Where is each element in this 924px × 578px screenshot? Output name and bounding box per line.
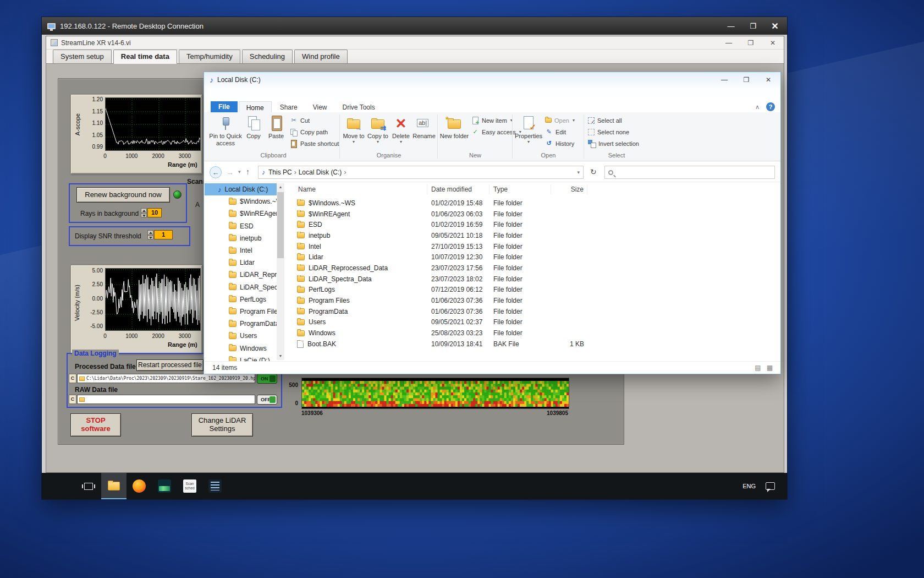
ribbon-tab-home[interactable]: Home [239,101,272,112]
history-button[interactable]: ↺ History [543,138,577,149]
file-row[interactable]: Lidar10/07/2019 12:30File folder [285,252,780,263]
copy-to-button[interactable]: ⇉ Copy to ▾ [366,113,390,151]
app-maximize-button[interactable]: ❐ [744,39,757,47]
breadcrumb-chevron-icon[interactable]: › [344,168,346,176]
tab-wind-profile[interactable]: Wind profile [294,50,348,63]
file-row[interactable]: $WinREAgent01/06/2023 06:03File folder [285,209,780,220]
raw-logging-toggle[interactable]: OFF [257,395,277,405]
breadcrumb-chevron-icon[interactable]: › [294,168,296,176]
tree-item[interactable]: LaCie (D:) [205,355,277,361]
address-dropdown-icon[interactable]: ▾ [577,170,580,175]
tree-scrollbar[interactable]: ▲ ▼ [277,183,284,360]
rays-value[interactable]: 10 [147,208,162,217]
list-app-taskbar-button[interactable] [202,473,228,499]
streamline-titlebar[interactable]: StreamLine XR v14-6.vi — ❐ ✕ [46,36,784,50]
file-row[interactable]: inetpub09/05/2021 10:18File folder [285,230,780,241]
restart-processed-file-button[interactable]: Restart processed file [136,359,204,371]
rdp-titlebar[interactable]: 192.168.0.122 - Remote Desktop Connectio… [42,17,787,35]
tree-item[interactable]: ♪Local Disk (C:) [205,183,277,195]
rdp-minimize-button[interactable]: — [724,22,738,30]
tree-item[interactable]: Program Files [205,306,277,318]
language-indicator[interactable]: ENG [743,483,756,489]
file-row[interactable]: Windows25/08/2023 03:23File folder [285,328,780,339]
tree-item[interactable]: Users [205,330,277,342]
firefox-taskbar-button[interactable] [127,473,152,499]
forward-button[interactable]: → [224,166,236,178]
breadcrumb-local-disk[interactable]: Local Disk (C:) [299,168,342,176]
new-folder-button[interactable]: * New folder [439,113,469,151]
scan-scheduler-taskbar-button[interactable]: Scan sched [177,473,202,499]
renew-background-button[interactable]: Renew background now [76,187,170,203]
app-minimize-button[interactable]: — [722,39,735,47]
scroll-up-icon[interactable]: ▲ [277,183,284,191]
raw-path-field[interactable] [77,395,255,404]
explorer-titlebar[interactable]: ♪ Local Disk (C:) — ❐ ✕ [204,72,780,88]
open-button[interactable]: Open ▾ [543,114,577,126]
column-header-type[interactable]: Type [490,184,551,194]
copy-path-button[interactable]: Copy path [288,126,341,138]
snr-spinner[interactable] [147,230,153,239]
ribbon-collapse-icon[interactable]: ∧ [755,103,760,111]
invert-selection-button[interactable]: Invert selection [586,138,641,149]
file-row[interactable]: Users09/05/2021 02:37File folder [285,317,780,328]
app-close-button[interactable]: ✕ [766,39,779,47]
tree-item[interactable]: Intel [205,244,277,257]
rdp-maximize-button[interactable]: ❐ [746,22,760,30]
file-row[interactable]: Program Files01/06/2023 07:36File folder [285,295,780,306]
ribbon-tab-share[interactable]: Share [273,101,305,112]
breadcrumb-this-pc[interactable]: This PC [268,168,292,176]
edit-button[interactable]: ✎ Edit [543,126,577,138]
file-explorer-taskbar-button[interactable] [101,473,127,499]
address-box[interactable]: ♪ This PC › Local Disk (C:) › ▾ [258,166,584,179]
tab-temp-humidity[interactable]: Temp/humidity [179,50,240,63]
up-button[interactable]: ↑ [246,167,250,176]
rdp-close-button[interactable]: ✕ [768,21,782,31]
file-row[interactable]: $Windows.~WS01/02/2019 15:48File folder [285,198,780,209]
scroll-down-icon[interactable]: ▼ [277,352,284,360]
tree-item[interactable]: inetpub [205,232,277,244]
properties-button[interactable]: Properties ▾ [514,113,543,151]
browse-folder-icon[interactable] [79,377,85,381]
file-row[interactable]: LiDAR_Reprocessed_Data23/07/2023 17:56Fi… [285,263,780,274]
task-view-button[interactable] [76,473,101,499]
rename-button[interactable]: Rename [412,113,436,151]
raw-drive-box[interactable]: C [69,395,76,404]
scrollbar-thumb[interactable] [277,192,284,258]
processed-path-field[interactable]: C:\Lidar\Data\Proc\2023\202309\20230919\… [77,374,255,383]
explorer-minimize-button[interactable]: — [718,76,731,84]
tab-scheduling[interactable]: Scheduling [242,50,293,63]
ribbon-tab-drive-tools[interactable]: Drive Tools [336,101,382,112]
file-row[interactable]: Intel27/10/2019 15:13File folder [285,241,780,252]
file-row[interactable]: ProgramData01/06/2023 07:36File folder [285,306,780,317]
file-row[interactable]: Boot.BAK10/09/2013 18:41BAK File1 KB [285,339,780,350]
ribbon-tab-file[interactable]: File [211,101,238,112]
tree-item[interactable]: PerfLogs [205,293,277,306]
paste-shortcut-button[interactable]: Paste shortcut [288,138,341,149]
move-to-button[interactable]: → Move to ▾ [342,113,366,151]
tree-item[interactable]: LiDAR_Spectra_ [205,281,277,293]
thumbnail-view-icon[interactable]: ▦ [767,364,773,372]
explorer-close-button[interactable]: ✕ [762,76,775,84]
file-row[interactable]: ESD01/02/2019 16:59File folder [285,219,780,230]
explorer-maximize-button[interactable]: ❐ [740,76,753,84]
column-header-date-modified[interactable]: Date modified [427,184,490,194]
browse-folder-icon[interactable] [79,397,85,402]
processed-logging-toggle[interactable]: ON [257,374,277,384]
tree-item[interactable]: Lidar [205,257,277,269]
back-button[interactable]: ← [210,166,222,178]
tab-system-setup[interactable]: System setup [53,50,112,63]
cut-button[interactable]: ✂ Cut [288,114,341,126]
stop-software-button[interactable]: STOP software [70,413,121,437]
refresh-icon[interactable]: ↻ [590,167,597,176]
select-all-button[interactable]: Select all [586,114,641,126]
monitor-app-taskbar-button[interactable] [152,473,177,499]
pin-to-quick-access-button[interactable]: Pin to Quick access [208,113,243,151]
help-icon[interactable]: ? [766,102,775,111]
file-row[interactable]: PerfLogs07/12/2019 06:12File folder [285,285,780,296]
column-header-name[interactable]: Name [285,184,427,194]
copy-button[interactable]: Copy [243,113,265,151]
file-row[interactable]: LiDAR_Spectra_Data23/07/2023 18:02File f… [285,274,780,285]
change-lidar-settings-button[interactable]: Change LiDAR Settings [191,413,253,437]
snr-value[interactable]: 1 [154,230,173,239]
tab-real-time-data[interactable]: Real time data [113,50,177,64]
